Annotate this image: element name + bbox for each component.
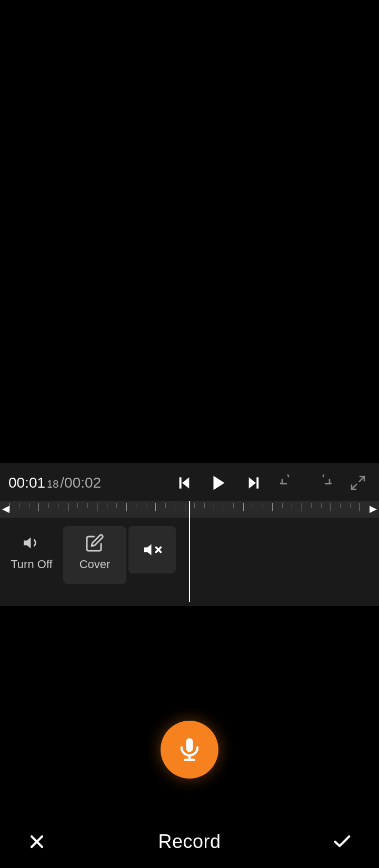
playhead-ruler	[189, 501, 190, 518]
cover-track-label: Cover	[79, 558, 111, 571]
cancel-button[interactable]	[21, 826, 53, 857]
bottom-section: Record	[0, 705, 379, 868]
microphone-icon	[176, 736, 203, 763]
mute-track-item[interactable]	[128, 526, 176, 573]
play-button[interactable]	[206, 470, 232, 496]
svg-line-5	[360, 477, 364, 481]
svg-marker-3	[249, 477, 256, 488]
bottom-bar: Record	[0, 815, 379, 868]
sound-track-item[interactable]: Turn Off	[0, 526, 63, 584]
cover-track-item[interactable]: Cover	[63, 526, 126, 584]
speaker-icon	[20, 531, 43, 554]
prev-frame-button[interactable]	[172, 470, 197, 496]
skip-back-icon	[176, 475, 193, 491]
svg-marker-2	[214, 476, 225, 490]
timeline-ruler[interactable]: ◀	[0, 501, 379, 518]
redo-icon	[315, 475, 332, 491]
svg-marker-8	[144, 544, 152, 556]
svg-marker-0	[182, 477, 189, 488]
undo-icon	[280, 475, 297, 491]
time-current: 00:01	[8, 475, 45, 491]
close-icon	[26, 831, 47, 852]
status-bar	[0, 0, 379, 26]
checkmark-icon	[332, 831, 353, 852]
skip-forward-icon	[245, 475, 262, 491]
controls-area: 00:01 18 / 00:02	[0, 463, 379, 606]
track-area: Turn Off Cover	[0, 518, 379, 602]
time-separator: /	[60, 475, 64, 491]
edit-icon	[83, 531, 106, 554]
playhead-track	[189, 518, 190, 602]
mic-record-button[interactable]	[161, 721, 218, 779]
video-area	[0, 26, 379, 463]
time-total: 00:02	[64, 475, 101, 491]
mute-icon	[143, 540, 162, 559]
time-display: 00:01 18 / 00:02	[8, 475, 172, 491]
redo-button[interactable]	[311, 470, 336, 496]
undo-button[interactable]	[276, 470, 301, 496]
fullscreen-button[interactable]	[345, 470, 371, 496]
time-frame: 18	[47, 478, 58, 490]
svg-rect-1	[179, 477, 182, 488]
confirm-button[interactable]	[326, 826, 358, 857]
play-icon	[210, 473, 228, 492]
sound-track-label: Turn Off	[11, 558, 52, 571]
svg-rect-4	[256, 477, 258, 488]
time-nav-row: 00:01 18 / 00:02	[0, 463, 379, 501]
svg-line-6	[352, 485, 356, 489]
svg-marker-7	[24, 538, 31, 549]
svg-rect-11	[186, 738, 193, 752]
next-frame-button[interactable]	[241, 470, 266, 496]
record-label: Record	[158, 831, 221, 853]
fullscreen-icon	[350, 475, 366, 491]
nav-buttons	[172, 470, 371, 496]
